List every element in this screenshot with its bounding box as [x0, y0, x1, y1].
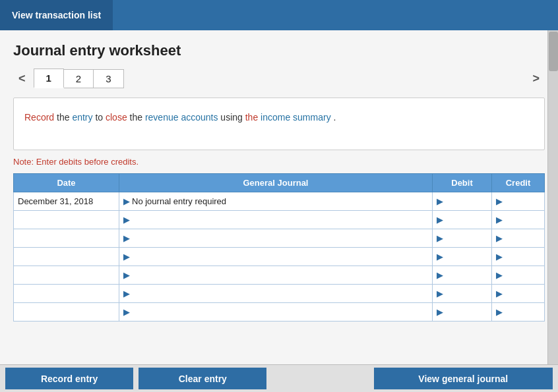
- cell-credit-3[interactable]: ▶: [492, 248, 545, 266]
- cell-debit-arrow-icon: ▶: [437, 215, 443, 225]
- instruction-word-to: to: [95, 112, 106, 123]
- instruction-box: Record the entry to close the revenue ac…: [13, 98, 545, 150]
- cell-arrow-icon: ▶: [123, 215, 130, 225]
- cell-debit-2[interactable]: ▶: [433, 229, 492, 248]
- instruction-text-using: using: [220, 112, 245, 123]
- tabs-row: < 1 2 3 >: [13, 69, 545, 88]
- table-row: ▶▶▶: [14, 211, 545, 229]
- tab-3[interactable]: 3: [93, 69, 123, 88]
- cell-credit-2[interactable]: ▶: [492, 229, 545, 248]
- cell-credit-5[interactable]: ▶: [492, 285, 545, 303]
- view-general-journal-button[interactable]: View general journal: [374, 368, 553, 389]
- view-transaction-button[interactable]: View transaction list: [0, 0, 113, 30]
- main-content: Journal entry worksheet < 1 2 3 > Record…: [0, 30, 558, 392]
- top-bar: View transaction list: [0, 0, 558, 30]
- journal-table: Date General Journal Debit Credit Decemb…: [13, 173, 545, 322]
- bottom-bar: Record entry Clear entry View general jo…: [0, 364, 558, 392]
- instruction-word-entry: entry: [72, 112, 92, 123]
- tab-2[interactable]: 2: [63, 69, 94, 88]
- table-row: ▶▶▶: [14, 285, 545, 303]
- scrollbar[interactable]: [547, 30, 558, 392]
- table-row: ▶▶▶: [14, 229, 545, 248]
- instruction-text-mid: the: [130, 112, 145, 123]
- cell-journal-1[interactable]: ▶: [119, 211, 433, 229]
- col-header-credit: Credit: [492, 174, 545, 192]
- cell-debit-6[interactable]: ▶: [433, 303, 492, 322]
- scrollbar-thumb: [549, 32, 558, 71]
- cell-debit-arrow-icon: ▶: [437, 233, 443, 243]
- record-entry-button[interactable]: Record entry: [5, 368, 133, 389]
- cell-debit-4[interactable]: ▶: [433, 266, 492, 285]
- cell-arrow-icon: ▶: [123, 252, 130, 262]
- table-body: December 31, 2018▶No journal entry requi…: [14, 192, 545, 322]
- cell-debit-1[interactable]: ▶: [433, 211, 492, 229]
- col-header-debit: Debit: [433, 174, 492, 192]
- cell-arrow-icon: ▶: [123, 233, 130, 243]
- cell-credit-arrow-icon: ▶: [496, 289, 503, 298]
- cell-arrow-icon: ▶: [123, 289, 130, 298]
- table-row: December 31, 2018▶No journal entry requi…: [14, 192, 545, 211]
- instruction-word-revenue: revenue accounts: [145, 112, 218, 123]
- cell-journal-2[interactable]: ▶: [119, 229, 433, 248]
- cell-journal-0[interactable]: ▶No journal entry required: [119, 192, 433, 211]
- cell-date-3[interactable]: [14, 248, 119, 266]
- instruction-text: Record the entry to close the revenue ac…: [24, 110, 534, 125]
- tab-next-button[interactable]: >: [527, 70, 545, 87]
- cell-credit-0[interactable]: ▶: [492, 192, 545, 211]
- cell-journal-4[interactable]: ▶: [119, 266, 433, 285]
- cell-debit-arrow-icon: ▶: [437, 252, 443, 262]
- instruction-word-close: close: [106, 112, 127, 123]
- instruction-word-the: the: [57, 112, 72, 123]
- cell-credit-arrow-icon: ▶: [496, 233, 503, 243]
- cell-credit-arrow-icon: ▶: [496, 270, 503, 280]
- table-row: ▶▶▶: [14, 303, 545, 322]
- col-header-journal: General Journal: [119, 174, 433, 192]
- cell-debit-arrow-icon: ▶: [437, 270, 443, 280]
- cell-arrow-icon: ▶: [123, 196, 130, 206]
- cell-date-6[interactable]: [14, 303, 119, 322]
- cell-journal-6[interactable]: ▶: [119, 303, 433, 322]
- cell-debit-0[interactable]: ▶: [433, 192, 492, 211]
- page-title: Journal entry worksheet: [13, 42, 545, 59]
- cell-debit-arrow-icon: ▶: [437, 196, 443, 206]
- cell-arrow-icon: ▶: [123, 307, 130, 317]
- cell-debit-arrow-icon: ▶: [437, 307, 443, 317]
- cell-credit-arrow-icon: ▶: [496, 196, 503, 206]
- instruction-word-record: Record: [24, 112, 54, 123]
- cell-date-5[interactable]: [14, 285, 119, 303]
- cell-date-1[interactable]: [14, 211, 119, 229]
- clear-entry-button[interactable]: Clear entry: [139, 368, 266, 389]
- table-row: ▶▶▶: [14, 248, 545, 266]
- cell-credit-6[interactable]: ▶: [492, 303, 545, 322]
- cell-credit-1[interactable]: ▶: [492, 211, 545, 229]
- instruction-word-income: income summary: [261, 112, 331, 123]
- cell-debit-arrow-icon: ▶: [437, 289, 443, 298]
- cell-credit-arrow-icon: ▶: [496, 307, 503, 317]
- cell-debit-5[interactable]: ▶: [433, 285, 492, 303]
- cell-journal-5[interactable]: ▶: [119, 285, 433, 303]
- table-row: ▶▶▶: [14, 266, 545, 285]
- cell-date-0[interactable]: December 31, 2018: [14, 192, 119, 211]
- note-text: Note: Enter debits before credits.: [13, 157, 545, 167]
- cell-date-2[interactable]: [14, 229, 119, 248]
- cell-debit-3[interactable]: ▶: [433, 248, 492, 266]
- col-header-date: Date: [14, 174, 119, 192]
- tab-1[interactable]: 1: [34, 69, 64, 88]
- cell-credit-arrow-icon: ▶: [496, 252, 503, 262]
- tab-prev-button[interactable]: <: [13, 70, 31, 87]
- cell-credit-arrow-icon: ▶: [496, 215, 503, 225]
- cell-date-4[interactable]: [14, 266, 119, 285]
- instruction-word-the2: the: [245, 112, 258, 123]
- cell-journal-3[interactable]: ▶: [119, 248, 433, 266]
- cell-arrow-icon: ▶: [123, 270, 130, 280]
- instruction-period: .: [334, 112, 336, 123]
- cell-credit-4[interactable]: ▶: [492, 266, 545, 285]
- bottom-spacer: [269, 365, 371, 392]
